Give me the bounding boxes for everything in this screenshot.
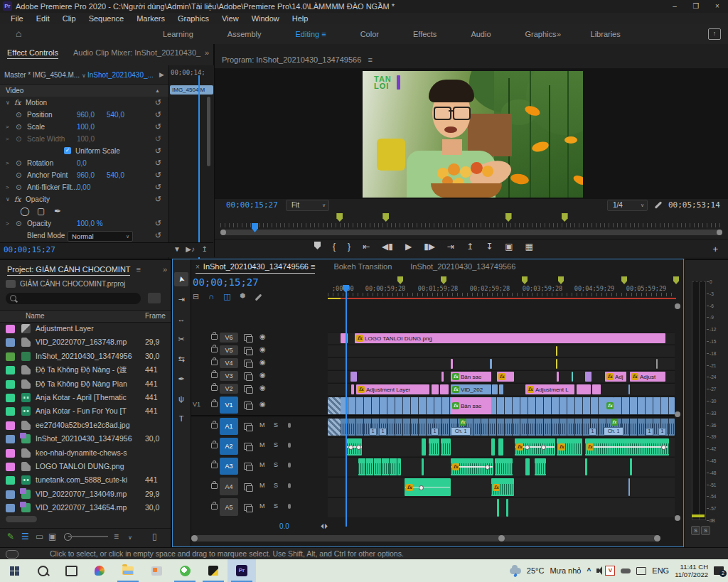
clip-1[interactable]: 1 <box>658 428 666 436</box>
track-content-v5[interactable] <box>328 345 675 357</box>
sync-lock-icon[interactable] <box>244 385 252 392</box>
reset-icon[interactable]: ↺ <box>155 157 161 169</box>
tab-audio-clip-mixer[interactable]: Audio Clip Mixer: InShot_20210430_ <box>73 48 200 57</box>
workspace-tab-audio[interactable]: Audio <box>454 24 508 44</box>
track-lock-icon[interactable] <box>211 385 218 391</box>
track-target-a3[interactable]: A3 <box>220 458 238 475</box>
pen-mask-button[interactable]: ✒ <box>54 205 61 217</box>
clip-vid-202[interactable]: fxVID_202 <box>451 384 491 394</box>
panel-menu-icon[interactable]: ≡ <box>368 55 372 64</box>
sync-lock-icon[interactable] <box>244 443 252 450</box>
track-lock-icon[interactable] <box>211 423 218 429</box>
sequence-clip-label[interactable]: InShot_20210430_... <box>87 71 154 79</box>
sequence-marker-icon[interactable] <box>621 276 627 284</box>
workspace-tab-graphics[interactable]: Graphics <box>508 24 574 44</box>
clip[interactable] <box>585 372 592 382</box>
voiceover-mic-icon[interactable] <box>288 443 291 448</box>
track-select-forward-tool[interactable]: ⇥ <box>174 292 188 306</box>
timeline-settings-icon[interactable]: ⊟ <box>193 292 199 301</box>
project-item-name[interactable]: InShot_20210430_13474956 <box>36 352 139 360</box>
clip[interactable] <box>535 458 546 475</box>
clip[interactable]: fx <box>557 438 582 456</box>
search-button[interactable] <box>28 559 57 582</box>
project-item-row[interactable]: InShot_20210430_1347495630,0 <box>0 432 171 446</box>
label-color-chip[interactable] <box>6 476 15 485</box>
voiceover-mic-icon[interactable] <box>288 463 291 468</box>
menu-clip[interactable]: Clip <box>56 13 82 24</box>
clip[interactable] <box>557 372 559 382</box>
project-item-row[interactable]: VID_20220707_134654.mp30,0 <box>0 501 171 514</box>
sequence-marker-icon[interactable] <box>558 276 564 284</box>
track-content-a1[interactable]: 111Ch. 1fx1Ch. 1fx11 <box>328 417 675 436</box>
label-color-chip[interactable] <box>6 407 15 416</box>
clip[interactable] <box>350 372 357 382</box>
snap-magnet-icon[interactable]: ∩ <box>208 292 214 301</box>
solo-button[interactable]: S <box>274 461 278 468</box>
mute-button[interactable]: M <box>259 482 265 489</box>
sync-lock-icon[interactable] <box>244 423 252 430</box>
clip[interactable] <box>351 384 354 394</box>
track-lock-icon[interactable] <box>211 360 218 365</box>
track-lock-icon[interactable] <box>211 347 218 352</box>
menu-window[interactable]: Window <box>245 13 286 24</box>
sync-lock-icon[interactable] <box>244 334 252 341</box>
sync-lock-icon[interactable] <box>244 360 252 367</box>
label-color-chip[interactable] <box>6 366 15 374</box>
dark-app-icon[interactable] <box>199 559 228 582</box>
project-item-row[interactable]: LOGO TANLOI DUNG.png <box>0 460 171 473</box>
pen-tool[interactable]: ✒ <box>174 372 188 386</box>
clip[interactable]: fx <box>605 397 614 414</box>
rect-mask-button[interactable]: ▢ <box>37 205 45 217</box>
comparison-view-button[interactable]: ▦ <box>525 242 533 252</box>
label-color-chip[interactable] <box>6 338 15 347</box>
panel-menu-icon[interactable]: ≡ <box>136 265 140 274</box>
quick-export-icon[interactable]: ↑ <box>708 28 721 40</box>
orange-app-icon[interactable] <box>142 559 171 582</box>
settings-wrench-icon[interactable] <box>655 201 663 209</box>
project-item-name[interactable]: Độ Ta Không Độ Nàng - (渡 <box>36 365 139 375</box>
reset-icon[interactable]: ↺ <box>155 133 161 145</box>
premiere-pro-icon[interactable]: Pr <box>228 559 256 582</box>
pencil-icon[interactable]: ✎ <box>7 532 14 541</box>
solo-button[interactable]: S <box>274 441 278 448</box>
track-lock-icon[interactable] <box>211 504 218 510</box>
clip[interactable] <box>628 478 630 496</box>
project-item-name[interactable]: LOGO TANLOI DUNG.png <box>36 462 139 470</box>
tab-project[interactable]: Project: GIẢM CẢNH CHOCOMINT <box>7 265 130 276</box>
clip[interactable] <box>490 359 492 369</box>
clip[interactable] <box>422 458 424 475</box>
selection-tool[interactable]: ➤ <box>174 272 188 286</box>
workspace-tab-editing[interactable]: Editing ≡ <box>279 24 343 44</box>
reset-icon[interactable]: ↺ <box>155 169 161 181</box>
project-item-name[interactable]: VID_20220707_163748.mp <box>36 338 139 346</box>
param-value[interactable]: 0,0 <box>77 157 87 169</box>
track-content-a4[interactable]: fxfx <box>328 477 675 497</box>
timeline-tab[interactable]: ×InShot_20210430_134749566 ≡ <box>196 262 315 274</box>
clip[interactable]: fx <box>585 438 669 456</box>
language-indicator[interactable]: ENG <box>652 566 669 575</box>
solo-right-button[interactable]: S <box>701 526 710 535</box>
home-icon[interactable]: ⌂ <box>16 28 21 39</box>
timeline-timecode[interactable]: 00;00;15;27 <box>193 276 259 288</box>
param-value[interactable]: 100,0 <box>77 121 95 133</box>
solo-button[interactable]: S <box>274 482 278 489</box>
clip-fx[interactable]: fx <box>459 419 466 426</box>
clip[interactable]: fx <box>515 438 555 456</box>
master-clip-label[interactable]: Master * IMG_4504.M... <box>4 71 80 79</box>
ec-scrollbar[interactable] <box>207 97 210 166</box>
menu-markers[interactable]: Markers <box>130 13 171 24</box>
icon-view-icon[interactable]: ▭ <box>36 532 43 541</box>
ripple-edit-tool[interactable]: ↔ <box>174 312 188 326</box>
project-item-row[interactable]: Anja Kotar - Fun For You [T441 <box>0 404 171 418</box>
param-value[interactable]: 540,0 <box>107 109 124 121</box>
clip-1[interactable]: 1 <box>369 428 377 436</box>
clip[interactable] <box>358 458 401 475</box>
clip[interactable] <box>628 384 630 394</box>
voiceover-mic-icon[interactable] <box>288 483 291 488</box>
track-target-v6[interactable]: V6 <box>220 333 238 343</box>
project-item-row[interactable]: keo-nhai-dynamite-chews-s <box>0 446 171 460</box>
clip[interactable] <box>577 384 591 394</box>
track-content-a2[interactable]: fxfxfx <box>328 437 675 456</box>
clip[interactable]: fx <box>405 478 451 496</box>
project-item-row[interactable]: Adjustment Layer <box>0 322 171 335</box>
